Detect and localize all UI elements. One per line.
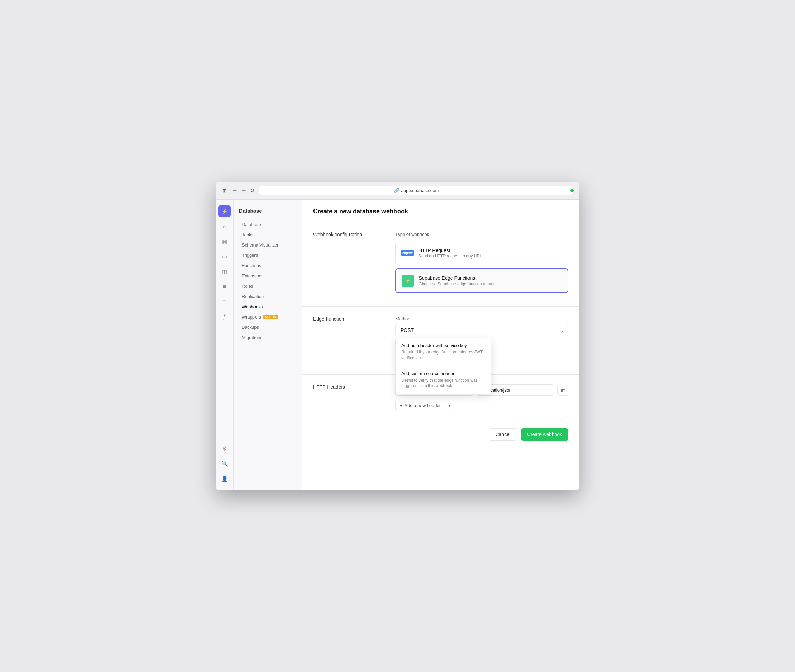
main-content: Create a new database webhook Webhook co… xyxy=(302,200,579,490)
user-icon[interactable]: 👤 xyxy=(218,472,231,485)
sidebar-item-schema-visualizer[interactable]: Schema Visualizer xyxy=(236,240,299,250)
custom-source-title: Add custom source header xyxy=(401,371,486,376)
method-label: Method xyxy=(396,316,568,321)
http-headers-label: HTTP Headers xyxy=(313,384,382,411)
sidebar-item-triggers[interactable]: Triggers xyxy=(236,250,299,260)
plus-icon: + xyxy=(400,403,402,408)
browser-toolbar: ⊞ ← → ↻ 🔗 app.supabase.com xyxy=(216,182,579,200)
method-value: POST xyxy=(401,328,414,333)
add-header-dropdown-button[interactable]: ▾ xyxy=(445,400,454,411)
custom-source-option[interactable]: Add custom source header Useful to verif… xyxy=(396,366,491,394)
settings-icon[interactable]: ⚙ xyxy=(218,442,231,454)
https-icon: https:// xyxy=(401,247,414,259)
search-icon[interactable]: 🔍 xyxy=(218,458,231,470)
nav-sidebar: Database Database Tables Schema Visualiz… xyxy=(234,200,302,490)
auth-header-option[interactable]: Add auth header with service key Require… xyxy=(396,338,491,366)
auth-header-desc: Required if your edge function enforces … xyxy=(401,349,486,361)
auth-header-title: Add auth header with service key xyxy=(401,343,486,348)
sidebar-item-roles[interactable]: Roles xyxy=(236,281,299,291)
sidebar-item-tables[interactable]: Tables xyxy=(236,230,299,240)
sidebar-item-webhooks[interactable]: Webhooks xyxy=(236,302,299,312)
app-layout: ⚡ ⌂ ▦ ▭ ◫ ≡ ◻ ƒ ⚙ 🔍 👤 Database Database … xyxy=(216,200,579,490)
monitor-icon[interactable]: ▭ xyxy=(218,250,231,262)
custom-source-desc: Useful to verify that the edge function … xyxy=(401,378,486,389)
edge-functions-desc: Choose a Supabase edge function to run. xyxy=(419,282,495,286)
http-request-desc: Send an HTTP request to any URL. xyxy=(418,254,483,259)
edge-function-label: Edge Function xyxy=(313,316,382,365)
icon-sidebar: ⚡ ⌂ ▦ ▭ ◫ ≡ ◻ ƒ ⚙ 🔍 👤 xyxy=(216,200,234,490)
nav-controls: ← → ↻ xyxy=(232,187,255,194)
connection-status xyxy=(571,189,574,192)
webhook-config-content: Type of webhook https:// HTTP Request Se… xyxy=(396,232,568,296)
edge-function-content: Method POST Add auth header with service… xyxy=(396,316,568,365)
table-icon[interactable]: ▦ xyxy=(218,235,231,248)
edge-functions-option[interactable]: ⚡ Supabase Edge Functions Choose a Supab… xyxy=(396,269,568,293)
supabase-edge-icon: ⚡ xyxy=(402,275,414,287)
functions-icon[interactable]: ƒ xyxy=(218,310,231,323)
address-bar[interactable]: 🔗 app.supabase.com xyxy=(259,186,574,195)
page-header: Create a new database webhook xyxy=(302,200,579,222)
cancel-button[interactable]: Cancel xyxy=(489,428,517,440)
http-request-text: HTTP Request Send an HTTP request to any… xyxy=(418,248,483,259)
home-icon[interactable]: ⌂ xyxy=(218,220,231,232)
edge-functions-text: Supabase Edge Functions Choose a Supabas… xyxy=(419,275,495,286)
edge-functions-title: Supabase Edge Functions xyxy=(419,275,495,281)
back-button[interactable]: ← xyxy=(232,187,238,194)
form-footer: Cancel Create webhook xyxy=(302,421,579,447)
sidebar-toggle-icon[interactable]: ⊞ xyxy=(221,187,228,194)
webhook-config-label: Webhook configuration xyxy=(313,232,382,296)
refresh-button[interactable]: ↻ xyxy=(250,187,255,194)
forward-button[interactable]: → xyxy=(241,187,247,194)
delete-header-button[interactable]: 🗑 xyxy=(557,385,568,396)
type-of-webhook-label: Type of webhook xyxy=(396,232,568,237)
sidebar-item-backups[interactable]: Backups xyxy=(236,322,299,332)
storage-icon[interactable]: ≡ xyxy=(218,280,231,293)
sidebar-item-migrations[interactable]: Migrations xyxy=(236,333,299,342)
add-header-main-button[interactable]: + Add a new header xyxy=(396,400,445,411)
sidebar-item-wrappers[interactable]: Wrappers ALPHA xyxy=(236,312,299,322)
auth-icon[interactable]: ◻ xyxy=(218,296,231,308)
sidebar-item-replication[interactable]: Replication xyxy=(236,291,299,301)
sidebar-item-database[interactable]: Database xyxy=(236,219,299,229)
database-icon[interactable]: ◫ xyxy=(218,266,231,278)
wrappers-label: Wrappers xyxy=(242,314,261,320)
add-header-label: Add a new header xyxy=(405,403,441,408)
sidebar-item-extensions[interactable]: Extensions xyxy=(236,271,299,281)
method-select-wrapper: POST Add auth header with service key Re… xyxy=(396,324,568,336)
supabase-logo-icon[interactable]: ⚡ xyxy=(218,205,231,218)
add-header-dropdown: Add auth header with service key Require… xyxy=(396,338,492,394)
url-text: app.supabase.com xyxy=(401,188,439,193)
http-request-title: HTTP Request xyxy=(418,248,483,253)
browser-traffic-lights: ⊞ xyxy=(221,187,228,194)
sidebar-title: Database xyxy=(234,205,302,219)
webhook-config-section: Webhook configuration Type of webhook ht… xyxy=(302,222,579,307)
add-header-split-button: + Add a new header ▾ xyxy=(396,400,454,411)
browser-window: ⊞ ← → ↻ 🔗 app.supabase.com ⚡ ⌂ ▦ ▭ ◫ ≡ ◻… xyxy=(216,182,579,490)
page-title: Create a new database webhook xyxy=(313,208,568,215)
http-request-option[interactable]: https:// HTTP Request Send an HTTP reque… xyxy=(396,241,568,265)
method-select[interactable]: POST xyxy=(396,324,568,336)
lock-icon: 🔗 xyxy=(394,188,399,193)
alpha-badge: ALPHA xyxy=(263,315,278,319)
edge-function-section: Edge Function Method POST Add auth heade… xyxy=(302,307,579,375)
sidebar-item-functions[interactable]: Functions xyxy=(236,261,299,270)
create-webhook-button[interactable]: Create webhook xyxy=(521,428,568,440)
